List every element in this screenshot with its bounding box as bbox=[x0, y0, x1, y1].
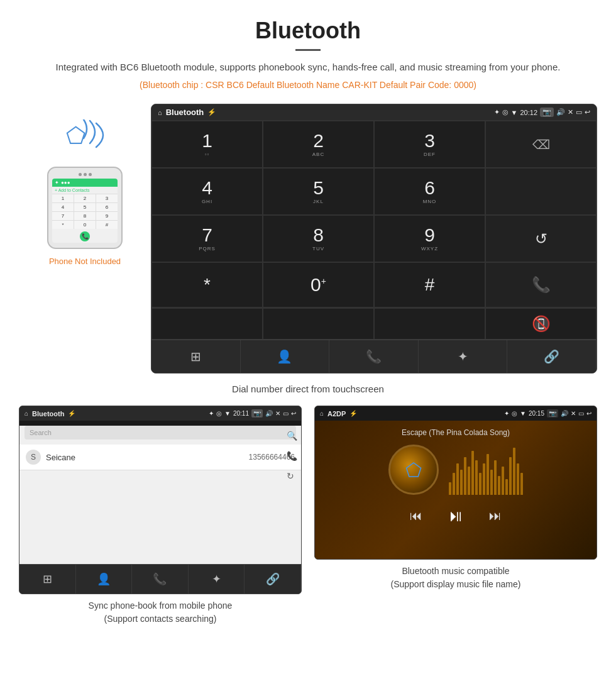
phone-top-bar bbox=[52, 173, 118, 176]
dialer-status-right: ✦ ◎ ▼ 20:12 📷 🔊 ✕ ▭ ↩ bbox=[494, 108, 590, 117]
pb-btn-grid[interactable]: ⊞ bbox=[19, 565, 76, 594]
pb-btn-phone[interactable]: 📞 bbox=[132, 565, 189, 594]
music-visualizer bbox=[449, 445, 523, 495]
dialer-btn-bluetooth[interactable]: ✦ bbox=[419, 340, 508, 373]
dialer-status-bar: ⌂ Bluetooth ⚡ ✦ ◎ ▼ 20:12 📷 🔊 ✕ ▭ ↩ bbox=[151, 104, 597, 120]
close-icon: ✕ bbox=[568, 108, 573, 116]
page-description: Integrated with BC6 Bluetooth module, su… bbox=[38, 60, 578, 75]
window-icon: ▭ bbox=[576, 108, 582, 116]
location-icon: ◎ bbox=[502, 108, 509, 116]
dialer-btn-grid[interactable]: ⊞ bbox=[151, 340, 241, 373]
music-center: ⬠ bbox=[388, 445, 523, 495]
dialer-grid: 1 ▫▫ 2 ABC 3 DEF ⌫ 4 GHI 5 JKL bbox=[151, 120, 597, 307]
dialer-btn-phone[interactable]: 📞 bbox=[329, 340, 419, 373]
next-btn[interactable]: ⏭ bbox=[489, 509, 502, 523]
time-display: 20:12 bbox=[520, 109, 537, 116]
pb-side-reload-icon[interactable]: ↻ bbox=[287, 471, 297, 481]
dialer-key-3[interactable]: 3 DEF bbox=[374, 121, 485, 168]
phone-call-btn: 📞 bbox=[80, 231, 90, 241]
dialer-btn-link[interactable]: 🔗 bbox=[507, 340, 597, 373]
page-header: Bluetooth Integrated with BC6 Bluetooth … bbox=[0, 0, 616, 104]
music-home-icon: ⌂ bbox=[320, 410, 324, 417]
music-mockup: ⌂ A2DP ⚡ ✦ ◎ ▼ 20:15 📷 🔊 ✕ ▭ ↩ E bbox=[314, 406, 597, 560]
pb-status-left: ⌂ Bluetooth ⚡ bbox=[25, 410, 75, 418]
caption-main: Dial number direct from touchscreen bbox=[0, 384, 616, 394]
phone-keypad: 1 2 3 4 5 6 7 8 9 * 0 # bbox=[52, 194, 118, 229]
dialer-btn-contacts[interactable]: 👤 bbox=[241, 340, 330, 373]
call-green-icon: 📞 bbox=[532, 276, 551, 294]
pb-title: Bluetooth bbox=[32, 410, 64, 418]
music-time: 20:15 bbox=[529, 410, 544, 417]
phone-dot bbox=[79, 173, 82, 176]
pb-win-icon: ▭ bbox=[283, 410, 289, 417]
signal-waves bbox=[79, 119, 110, 157]
pb-contact-row[interactable]: S Seicane 13566664466 bbox=[19, 445, 301, 470]
dialer-reload[interactable]: ↺ bbox=[485, 215, 597, 262]
pb-content: Search S Seicane 13566664466 🔍 📞 ↻ bbox=[19, 426, 301, 564]
music-title: A2DP bbox=[327, 410, 346, 418]
dialer-empty-1 bbox=[485, 168, 597, 215]
pb-cam-icon: 📷 bbox=[251, 409, 263, 418]
pb-usb-icon: ⚡ bbox=[68, 410, 75, 417]
pb-side-call-icon[interactable]: 📞 bbox=[287, 451, 297, 461]
music-content: Escape (The Pina Colada Song) ⬠ bbox=[315, 421, 597, 559]
dialer-key-6[interactable]: 6 MNO bbox=[374, 168, 485, 215]
pb-btn-contacts[interactable]: 👤 bbox=[76, 565, 133, 594]
dialer-key-5[interactable]: 5 JKL bbox=[263, 168, 374, 215]
page-title: Bluetooth bbox=[38, 18, 578, 44]
pb-loc-icon: ◎ bbox=[216, 410, 222, 417]
dialer-key-1[interactable]: 1 ▫▫ bbox=[151, 121, 263, 168]
pb-btn-bluetooth[interactable]: ✦ bbox=[189, 565, 245, 594]
music-bt-album-icon: ⬠ bbox=[405, 459, 422, 481]
dialer-key-hash[interactable]: # bbox=[374, 262, 485, 307]
pb-contact-name: Seicane bbox=[46, 453, 249, 462]
dialer-key-4[interactable]: 4 GHI bbox=[151, 168, 263, 215]
dialer-key-9[interactable]: 9 WXYZ bbox=[374, 215, 485, 262]
music-x-icon: ✕ bbox=[571, 410, 576, 417]
music-song-title: Escape (The Pina Colada Song) bbox=[402, 428, 510, 437]
bluetooth-info: (Bluetooth chip : CSR BC6 Default Blueto… bbox=[38, 80, 578, 90]
music-block: ⌂ A2DP ⚡ ✦ ◎ ▼ 20:15 📷 🔊 ✕ ▭ ↩ E bbox=[314, 406, 597, 626]
pb-btn-link[interactable]: 🔗 bbox=[245, 565, 301, 594]
music-usb-icon: ⚡ bbox=[349, 410, 357, 417]
pb-home-icon: ⌂ bbox=[25, 410, 28, 417]
dialer-call-green[interactable]: 📞 bbox=[485, 262, 597, 307]
dialer-key-8[interactable]: 8 TUV bbox=[263, 215, 374, 262]
bt-status-icon: ✦ bbox=[494, 108, 500, 116]
music-cam-icon: 📷 bbox=[547, 409, 558, 418]
reload-icon: ↺ bbox=[535, 230, 547, 248]
phonebook-block: ⌂ Bluetooth ⚡ ✦ ◎ ▼ 20:11 📷 🔊 ✕ ▭ ↩ bbox=[19, 406, 302, 626]
pb-wifi-icon: ▼ bbox=[224, 410, 231, 417]
backspace-icon[interactable]: ⌫ bbox=[532, 137, 550, 152]
music-win-icon: ▭ bbox=[578, 410, 584, 417]
pb-bottom-bar: ⊞ 👤 📞 ✦ 🔗 bbox=[19, 564, 301, 594]
dialer-status-left: ⌂ Bluetooth ⚡ bbox=[158, 108, 216, 117]
back-icon: ↩ bbox=[585, 108, 590, 116]
music-status-bar: ⌂ A2DP ⚡ ✦ ◎ ▼ 20:15 📷 🔊 ✕ ▭ ↩ bbox=[315, 406, 597, 421]
music-status-right: ✦ ◎ ▼ 20:15 📷 🔊 ✕ ▭ ↩ bbox=[504, 409, 591, 418]
pb-bt-icon: ✦ bbox=[209, 410, 214, 417]
phone-screen: ✦●●● + Add to Contacts 1 2 3 4 5 6 7 8 9… bbox=[52, 179, 118, 243]
pb-side-search-icon[interactable]: 🔍 bbox=[287, 431, 297, 441]
phone-screen-header: ✦●●● bbox=[52, 179, 118, 187]
pb-back-icon: ↩ bbox=[291, 410, 296, 417]
dialer-mockup: ⌂ Bluetooth ⚡ ✦ ◎ ▼ 20:12 📷 🔊 ✕ ▭ ↩ 1 ▫▫ bbox=[151, 104, 597, 373]
pb-vol-icon: 🔊 bbox=[265, 410, 273, 417]
prev-btn[interactable]: ⏮ bbox=[410, 509, 422, 523]
dialer-bottom-bar: ⊞ 👤 📞 ✦ 🔗 bbox=[151, 340, 597, 373]
dialer-key-0[interactable]: 0+ bbox=[263, 262, 374, 307]
dialer-key-star[interactable]: * bbox=[151, 262, 263, 307]
pb-status-bar: ⌂ Bluetooth ⚡ ✦ ◎ ▼ 20:11 📷 🔊 ✕ ▭ ↩ bbox=[19, 406, 301, 421]
play-pause-btn[interactable]: ⏯ bbox=[448, 506, 464, 526]
phone-dot bbox=[84, 173, 87, 176]
phone-mockup: ✦●●● + Add to Contacts 1 2 3 4 5 6 7 8 9… bbox=[47, 167, 123, 249]
end-call-icon: 📵 bbox=[532, 315, 551, 333]
home-icon: ⌂ bbox=[158, 109, 162, 116]
dialer-key-7[interactable]: 7 PQRS bbox=[151, 215, 263, 262]
music-wifi-icon: ▼ bbox=[520, 410, 526, 417]
dialer-key-2[interactable]: 2 ABC bbox=[263, 121, 374, 168]
dialer-end-call[interactable]: 📵 bbox=[485, 308, 597, 340]
dialer-title: Bluetooth bbox=[166, 108, 204, 117]
phone-dot bbox=[89, 173, 92, 176]
pb-search-field[interactable]: Search bbox=[25, 426, 296, 440]
